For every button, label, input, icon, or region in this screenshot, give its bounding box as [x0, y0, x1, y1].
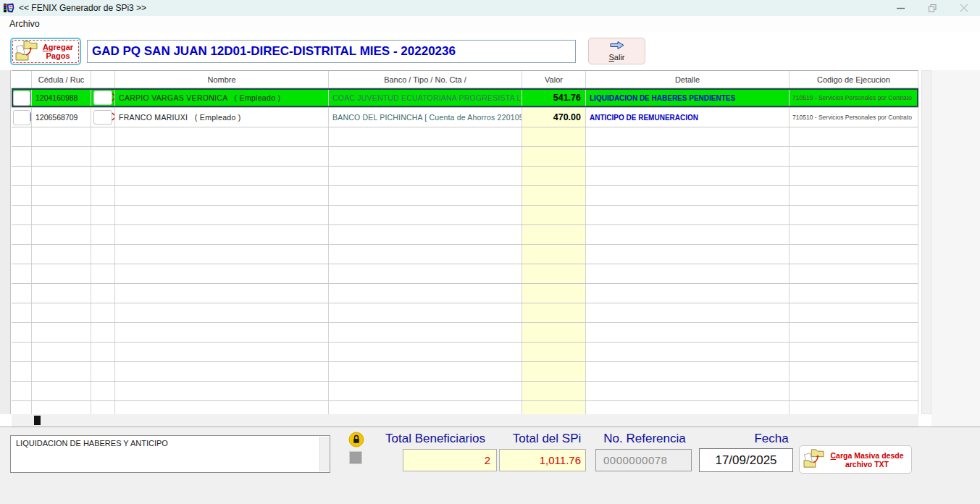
empty-table-row[interactable] — [12, 343, 918, 362]
header-edit-col — [12, 71, 32, 88]
spi-title-input[interactable] — [87, 40, 576, 63]
empty-table-row[interactable] — [12, 206, 918, 225]
record-selector-strip — [0, 70, 11, 414]
salir-button[interactable]: Salir — [588, 38, 645, 64]
salir-label: Salir — [608, 53, 624, 62]
empty-table-row[interactable] — [12, 303, 918, 323]
fecha-label: Fecha — [724, 432, 818, 446]
header-codigo: Codigo de Ejecucion — [790, 71, 918, 88]
restore-button[interactable] — [916, 0, 948, 16]
empty-table-row[interactable] — [12, 245, 918, 264]
nombre-cell: CARPIO VARGAS VERONICA ( Empleado ) — [115, 88, 329, 107]
table-row[interactable]: 1206568709 FRANCO MARIUXI ( Empleado ) B… — [12, 108, 918, 127]
detalle-cell: LIQUIDACION DE HABERES PENDIENTES — [586, 88, 790, 107]
fecha-input[interactable] — [699, 448, 793, 472]
empty-table-row[interactable] — [12, 401, 918, 414]
detalle-cell: ANTICIPO DE REMUNERACION — [586, 108, 790, 127]
application-window: << FENIX Generador de SPi3 >> Archivo — [0, 0, 980, 504]
total-beneficiarios-field: 2 — [403, 449, 497, 471]
empty-table-row[interactable] — [12, 167, 918, 186]
empty-table-row[interactable] — [12, 127, 918, 147]
valor-cell: 541.76 — [522, 88, 586, 107]
grid-body: 1204160988 CARPIO VARGAS VERONICA ( Empl… — [12, 88, 918, 414]
footer-panel: LIQUIDACION DE HABERES Y ANTICIPO Total … — [0, 427, 980, 504]
empty-table-row[interactable] — [12, 362, 918, 382]
gray-square-button[interactable] — [349, 451, 362, 464]
lock-icon — [348, 432, 364, 448]
edit-row-icon — [12, 88, 32, 107]
empty-table-row[interactable] — [12, 323, 918, 343]
valor-cell: 470.00 — [522, 108, 586, 127]
header-nombre: Nombre — [115, 71, 329, 88]
header-cedula: Cédula / Ruc — [32, 71, 91, 88]
carga-masiva-button[interactable]: Carga Masiva desdearchivo TXT — [799, 445, 912, 474]
delete-row-button[interactable] — [93, 91, 112, 105]
window-title: << FENIX Generador de SPi3 >> — [19, 3, 146, 13]
app-icon — [4, 3, 14, 13]
header-detalle: Detalle — [586, 71, 790, 88]
total-spi-label: Total del SPi — [500, 432, 594, 446]
grid-header: Cédula / Ruc Nombre Banco / Tipo / No. C… — [12, 70, 918, 88]
menu-archivo[interactable]: Archivo — [7, 17, 43, 30]
payments-grid: Cédula / Ruc Nombre Banco / Tipo / No. C… — [12, 70, 918, 414]
empty-table-row[interactable] — [12, 225, 918, 245]
delete-row-icon — [91, 108, 115, 127]
vertical-scrollbar[interactable] — [921, 70, 931, 414]
carga-masiva-label: Carga Masiva desdearchivo TXT — [826, 451, 908, 469]
descripcion-textarea[interactable]: LIQUIDACION DE HABERES Y ANTICIPO — [10, 435, 330, 473]
horizontal-scrollbar[interactable] — [12, 414, 918, 427]
empty-table-row[interactable] — [12, 284, 918, 303]
header-banco: Banco / Tipo / No. Cta / — [329, 71, 522, 88]
agregar-pagos-button[interactable]: AgregarPagos — [10, 38, 81, 65]
total-spi-field: 1,011.76 — [499, 449, 586, 471]
edit-row-icon — [12, 108, 32, 127]
table-row[interactable]: 1204160988 CARPIO VARGAS VERONICA ( Empl… — [12, 88, 918, 108]
empty-table-row[interactable] — [12, 147, 918, 167]
close-button[interactable] — [948, 0, 980, 16]
cedula-cell: 1204160988 — [32, 88, 91, 107]
descripcion-scrollbar[interactable] — [319, 437, 329, 471]
codigo-cell: 710510 - Servicios Personales por Contra… — [790, 108, 918, 127]
no-referencia-field: 0000000078 — [595, 449, 692, 471]
cedula-cell: 1206568709 — [32, 108, 91, 127]
empty-table-row[interactable] — [12, 382, 918, 401]
header-valor: Valor — [522, 71, 586, 88]
no-referencia-label: No. Referencia — [594, 432, 695, 446]
menu-bar: Archivo — [0, 16, 980, 32]
delete-row-icon — [91, 88, 115, 107]
banco-cell: BANCO DEL PICHINCHA [ Cuenta de Ahorros … — [329, 108, 522, 127]
empty-table-row[interactable] — [12, 264, 918, 284]
agregar-pagos-icon — [14, 40, 39, 64]
header-delete-col — [91, 71, 115, 88]
descripcion-text: LIQUIDACION DE HABERES Y ANTICIPO — [16, 439, 168, 448]
edit-row-button[interactable] — [13, 91, 30, 106]
edit-row-button[interactable] — [13, 110, 30, 125]
empty-table-row[interactable] — [12, 186, 918, 206]
delete-row-button[interactable] — [93, 110, 112, 125]
codigo-cell: 710510 - Servicios Personales por Contra… — [790, 88, 918, 107]
title-bar: << FENIX Generador de SPi3 >> — [0, 0, 980, 16]
agregar-pagos-label: AgregarPagos — [39, 43, 77, 60]
total-beneficiarios-label: Total Beneficiarios — [373, 432, 498, 446]
minimize-button[interactable] — [884, 0, 916, 16]
banco-cell: COAC JUVENTUD ECUATORIANA PROGRESISTA LT… — [329, 88, 522, 107]
carga-masiva-icon — [803, 448, 826, 471]
right-gutter — [931, 70, 980, 427]
lock-button[interactable] — [348, 432, 364, 448]
salir-icon — [609, 41, 625, 52]
nombre-cell: FRANCO MARIUXI ( Empleado ) — [115, 108, 329, 127]
horizontal-scrollbar-thumb[interactable] — [34, 416, 41, 425]
